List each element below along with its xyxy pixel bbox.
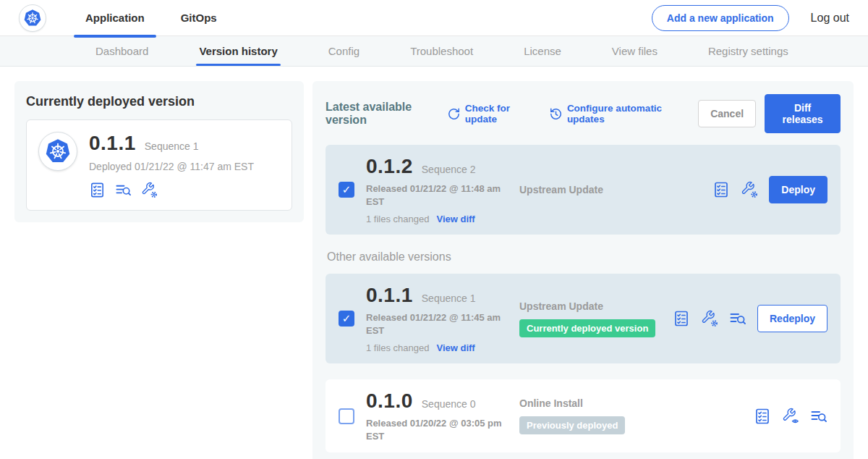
- latest-version-header: Latest available version Check for updat…: [326, 94, 841, 133]
- version-checkbox[interactable]: [339, 311, 354, 327]
- released-timestamp: Released 01/20/22 @ 03:05 pm EST: [366, 417, 503, 442]
- refresh-icon: [447, 107, 461, 121]
- configure-auto-updates-label: Configure automatic updates: [567, 103, 679, 125]
- view-diff-link[interactable]: View diff: [436, 214, 475, 224]
- view-diff-link[interactable]: View diff: [436, 342, 475, 353]
- subnav-item-dashboard[interactable]: Dashboard: [93, 36, 151, 66]
- preflight-checks-icon[interactable]: [89, 182, 106, 198]
- tab-application-label: Application: [85, 12, 145, 24]
- version-actions: [754, 408, 827, 425]
- version-source: Upstream Update: [519, 184, 712, 195]
- subnav-item-registry-settings[interactable]: Registry settings: [705, 36, 791, 66]
- subnav-item-config[interactable]: Config: [326, 36, 362, 66]
- config-view-icon[interactable]: [782, 408, 799, 425]
- deploy-logs-icon[interactable]: [810, 408, 827, 425]
- version-info: 0.1.0 Sequence 0 Released 01/20/22 @ 03:…: [366, 389, 519, 442]
- deployed-sequence-label: Sequence 1: [145, 140, 199, 152]
- subnav-item-troubleshoot[interactable]: Troubleshoot: [407, 36, 476, 66]
- version-number: 0.1.2: [366, 155, 413, 178]
- check-for-update-label: Check for update: [465, 103, 530, 125]
- version-number: 0.1.0: [366, 389, 413, 413]
- currently-deployed-panel: Currently deployed version 0.1.1 Sequenc…: [14, 81, 304, 222]
- app-logo[interactable]: [19, 4, 46, 32]
- latest-version-title: Latest available version: [326, 101, 437, 127]
- version-history-panel: Latest available version Check for updat…: [312, 81, 854, 459]
- main-content: Currently deployed version 0.1.1 Sequenc…: [0, 67, 868, 459]
- files-changed-label: 1 files changed: [366, 342, 429, 353]
- version-row-0-1-1: 0.1.1 Sequence 1 Released 01/21/22 @ 11:…: [326, 274, 841, 363]
- auto-update-icon: [549, 107, 563, 121]
- source-label: Upstream Update: [519, 184, 712, 195]
- logout-button[interactable]: Log out: [811, 12, 849, 25]
- currently-deployed-title: Currently deployed version: [26, 94, 292, 109]
- version-row-0-1-0: 0.1.0 Sequence 0 Released 01/20/22 @ 03:…: [326, 379, 841, 452]
- version-number: 0.1.1: [366, 284, 413, 307]
- tab-gitops-label: GitOps: [181, 12, 217, 24]
- released-timestamp: Released 01/21/22 @ 11:45 am EST: [366, 311, 503, 337]
- deploy-logs-icon[interactable]: [115, 182, 132, 198]
- diff-releases-button[interactable]: Diff releases: [765, 94, 841, 133]
- deploy-logs-icon[interactable]: [729, 310, 746, 327]
- released-timestamp: Released 01/21/22 @ 11:48 am EST: [366, 182, 503, 208]
- check-for-update-link[interactable]: Check for update: [447, 103, 530, 125]
- version-checkbox[interactable]: [339, 408, 354, 424]
- version-source: Online Install Previously deployed: [519, 397, 754, 434]
- configure-auto-updates-link[interactable]: Configure automatic updates: [549, 103, 679, 125]
- deployed-version-details: 0.1.1 Sequence 1 Deployed 01/21/22 @ 11:…: [89, 132, 254, 198]
- version-actions: Deploy: [712, 176, 827, 203]
- preflight-checks-icon[interactable]: [673, 310, 690, 327]
- version-info: 0.1.1 Sequence 1 Released 01/21/22 @ 11:…: [366, 284, 519, 353]
- version-checkbox[interactable]: [339, 182, 354, 198]
- redeploy-button[interactable]: Redeploy: [757, 305, 827, 332]
- source-label: Upstream Update: [519, 300, 673, 312]
- version-actions: Redeploy: [673, 305, 827, 332]
- app-icon-badge: [38, 132, 77, 171]
- version-source: Upstream Update Currently deployed versi…: [519, 300, 673, 337]
- sequence-label: Sequence 2: [422, 164, 476, 175]
- kubernetes-logo-icon: [22, 8, 43, 28]
- preflight-checks-icon[interactable]: [712, 181, 730, 198]
- tab-application[interactable]: Application: [74, 0, 156, 36]
- deploy-button[interactable]: Deploy: [769, 176, 827, 203]
- add-application-button[interactable]: Add a new application: [652, 5, 789, 31]
- deployed-timestamp: Deployed 01/21/22 @ 11:47 am EST: [89, 161, 254, 172]
- subnav-item-view-files[interactable]: View files: [609, 36, 660, 66]
- subnav-item-license[interactable]: License: [521, 36, 564, 66]
- tab-gitops[interactable]: GitOps: [169, 0, 229, 36]
- files-changed-label: 1 files changed: [366, 214, 429, 224]
- deployed-version-card: 0.1.1 Sequence 1 Deployed 01/21/22 @ 11:…: [26, 119, 292, 211]
- top-header: Application GitOps Add a new application…: [0, 0, 868, 36]
- kubernetes-logo-icon: [43, 137, 72, 166]
- source-label: Online Install: [519, 397, 754, 409]
- preflight-checks-icon[interactable]: [754, 408, 771, 425]
- sequence-label: Sequence 0: [422, 398, 476, 410]
- cancel-button[interactable]: Cancel: [698, 100, 756, 127]
- row-gap: [326, 363, 841, 379]
- currently-deployed-badge: Currently deployed version: [519, 319, 655, 337]
- deployed-version-number: 0.1.1: [89, 132, 136, 155]
- version-row-0-1-2: 0.1.2 Sequence 2 Released 01/21/22 @ 11:…: [326, 145, 841, 235]
- sequence-label: Sequence 1: [422, 292, 476, 304]
- other-versions-label: Other available versions: [327, 250, 839, 264]
- config-gear-icon[interactable]: [141, 182, 158, 198]
- previously-deployed-badge: Previously deployed: [519, 416, 625, 434]
- version-info: 0.1.2 Sequence 2 Released 01/21/22 @ 11:…: [366, 155, 519, 224]
- app-subnav: Dashboard Version history Config Trouble…: [0, 36, 868, 67]
- config-gear-icon[interactable]: [701, 310, 718, 327]
- subnav-item-version-history[interactable]: Version history: [196, 36, 280, 66]
- config-gear-icon[interactable]: [741, 181, 758, 198]
